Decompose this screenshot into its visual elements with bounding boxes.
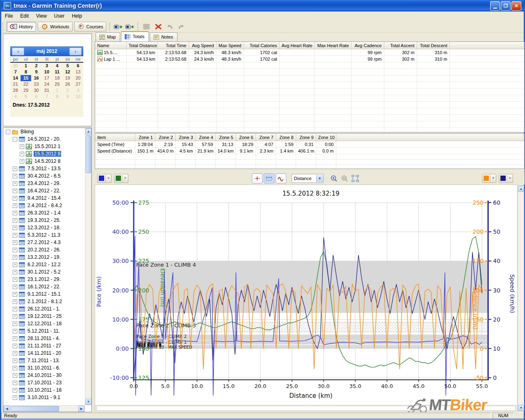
column-header[interactable]: Zone 3 [175, 134, 195, 141]
expand-icon[interactable]: + [13, 322, 17, 326]
column-header[interactable]: Zone 1 [135, 134, 155, 141]
expand-icon[interactable]: + [13, 270, 17, 274]
calendar-day-cell[interactable]: 30 [31, 87, 41, 94]
tree-item[interactable]: +30.1.2012 - 5.2 [3, 268, 85, 276]
calendar-day-cell[interactable]: 3 [41, 63, 52, 69]
scroll-left-arrow[interactable]: ◀ [4, 406, 10, 412]
zoom-fit-icon[interactable] [351, 174, 360, 183]
column-header[interactable]: Avg Speed [189, 42, 216, 49]
expand-icon[interactable]: + [13, 358, 17, 363]
calendar-day-cell[interactable]: 6 [73, 63, 83, 69]
tree-vscroll-thumb[interactable] [86, 135, 91, 173]
scroll-right-arrow[interactable]: ▶ [78, 406, 84, 412]
expand-icon[interactable]: + [13, 366, 17, 370]
tree-item[interactable]: +28.11.2011 - 4. [3, 335, 85, 342]
tree-item[interactable]: +2.1.2012 - 8.1.2 [3, 298, 85, 305]
calendar-day-cell[interactable]: 20 [73, 75, 83, 81]
calendar-day-cell[interactable]: 26 [62, 81, 73, 87]
column-header[interactable]: Total Descent [417, 42, 450, 49]
tree-item[interactable]: +19.3.2012 - 25. [3, 217, 85, 224]
collapse-icon[interactable]: - [6, 130, 10, 134]
tree-item[interactable]: +15.5.2012 8 [3, 150, 85, 158]
expand-icon[interactable]: + [13, 285, 17, 289]
scroll-up-arrow[interactable]: ▲ [85, 128, 91, 135]
tab-map[interactable]: Map [96, 32, 120, 41]
expand-icon[interactable]: + [13, 196, 17, 201]
receive-from-device-icon[interactable] [125, 22, 135, 31]
calendar-day-cell[interactable]: 3 [73, 87, 83, 94]
calendar-day-cell[interactable]: 29 [21, 87, 31, 94]
calendar-day-cell[interactable]: 31 [41, 87, 52, 94]
tree-item-label[interactable]: 7.11.2011 - 13. [27, 358, 61, 363]
expand-icon[interactable]: + [13, 277, 17, 282]
expand-icon[interactable]: + [13, 307, 17, 311]
tree-item[interactable]: +21.11.2011 - 27 [3, 342, 85, 349]
calendar-day-cell[interactable]: 27 [73, 81, 83, 87]
tree-item[interactable]: +16.4.2012 - 22. [3, 187, 85, 194]
table-row[interactable]: Speed (Distance)150.1 m414.0 m4.5 km21.9… [95, 148, 524, 154]
panel-splitter[interactable] [95, 169, 525, 171]
tree-item[interactable]: +5.3.2012 - 11.3 [3, 231, 85, 239]
column-header[interactable]: Zone 4 [195, 134, 215, 141]
tree-item[interactable]: +5.12.2011 - 11. [3, 327, 85, 335]
tree-item[interactable]: +20.2.2012 - 26. [3, 246, 85, 253]
column-header[interactable]: Total Ascent [384, 42, 417, 49]
tree-vscrollbar[interactable]: ▲ ▼ [85, 128, 91, 405]
tree-item-label[interactable]: 23.4.2012 - 29. [27, 180, 62, 186]
calendar-day-cell[interactable]: 15 [21, 75, 31, 81]
tree-item[interactable]: +17.10.2011 - 23 [3, 379, 85, 386]
calendar-day-cell[interactable]: 23 [31, 81, 41, 87]
tree-item-label[interactable]: 3.10.2011 - 9.1 [27, 395, 61, 400]
calendar-day-cell[interactable]: 7 [41, 94, 52, 100]
column-header[interactable]: Total Distance [126, 42, 158, 49]
column-header[interactable]: Avg Cadence [351, 42, 384, 49]
tree-item[interactable]: +19.12.2011 - 25 [3, 313, 85, 320]
tree-item-label[interactable]: 14.5.2012 8 [34, 158, 61, 164]
calendar-day-cell[interactable]: 14 [10, 75, 21, 81]
calendar-day-cell[interactable]: 9 [31, 69, 41, 75]
history-button[interactable]: History [7, 22, 36, 32]
expand-icon[interactable]: + [13, 262, 17, 267]
calendar-day-cell[interactable]: 1 [52, 87, 62, 94]
tree-item[interactable]: +10.10.2011 - 16 [3, 386, 85, 394]
tree-item-label[interactable]: 13.2.2012 - 19. [27, 254, 62, 260]
expand-icon[interactable]: + [13, 344, 17, 348]
scroll-down-arrow[interactable]: ▼ [518, 405, 524, 411]
calendar-day-cell[interactable]: 5 [21, 94, 31, 100]
tree-item-label[interactable]: 23.1.2012 - 29. [27, 276, 62, 282]
column-header[interactable]: Item [95, 134, 135, 141]
tree-item[interactable]: +16.1.2012 - 22. [3, 283, 85, 290]
calendar-day-cell[interactable]: 24 [41, 81, 52, 87]
calendar-day-cell[interactable]: 16 [31, 75, 41, 81]
expand-icon[interactable]: + [20, 152, 24, 156]
tree-item-label[interactable]: 31.10.2011 - 6. [27, 365, 61, 371]
tree-item-label[interactable]: 21.11.2011 - 27 [27, 343, 62, 349]
column-header[interactable]: Max Heart Rate [314, 42, 351, 49]
chart-vscrollbar[interactable]: ▲ ▼ [518, 185, 524, 411]
calendar-day-cell[interactable]: 17 [41, 75, 52, 81]
expand-icon[interactable]: + [13, 299, 17, 304]
close-button[interactable]: ✕ [511, 1, 521, 11]
column-header[interactable]: Zone 6 [235, 134, 256, 141]
expand-icon[interactable]: + [13, 189, 17, 193]
tree-item-label[interactable]: Biking [20, 129, 35, 135]
menu-user[interactable]: User [50, 12, 68, 20]
expand-icon[interactable]: + [13, 388, 17, 393]
tree-item-label[interactable]: 17.10.2011 - 23 [27, 380, 62, 386]
chart-hscrollbar[interactable] [95, 405, 517, 411]
tree-item[interactable]: +14.11.2011 - 20 [3, 349, 85, 357]
expand-icon[interactable]: + [13, 226, 17, 230]
calendar-day-cell[interactable]: 18 [52, 75, 62, 81]
tree-hscroll-thumb[interactable] [11, 406, 59, 411]
tree-item-label[interactable]: 2.1.2012 - 8.1.2 [27, 299, 63, 304]
restore-button[interactable]: ❐ [501, 1, 511, 11]
send-to-device-icon[interactable] [113, 22, 124, 31]
scroll-down-arrow[interactable]: ▼ [85, 399, 91, 405]
speed-color-picker[interactable]: ▼ [499, 174, 513, 183]
expand-icon[interactable]: + [13, 395, 17, 400]
tree-item[interactable]: +6.2.2012 - 12.2 [3, 261, 85, 268]
chart-hscroll-thumb[interactable] [96, 406, 516, 411]
calendar-day-cell[interactable]: 6 [31, 94, 41, 100]
expand-icon[interactable]: + [13, 240, 17, 245]
tree-item[interactable]: +7.11.2011 - 13. [3, 357, 85, 364]
